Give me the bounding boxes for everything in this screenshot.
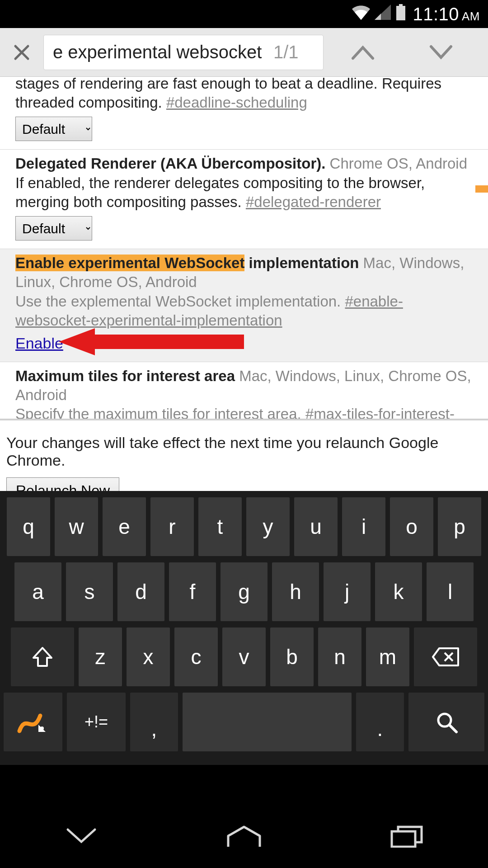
flag-deadline-scheduling: stages of rendering are fast enough to b… <box>0 77 488 149</box>
flag-anchor[interactable]: #deadline-scheduling <box>166 94 307 111</box>
flag-title-rest: implementation <box>244 255 359 271</box>
key-d[interactable]: d <box>117 562 164 621</box>
shift-key[interactable] <box>11 627 74 686</box>
recent-apps-button[interactable] <box>380 818 434 854</box>
find-next-button[interactable] <box>423 34 459 71</box>
clock-ampm: AM <box>462 9 480 23</box>
key-x[interactable]: x <box>127 627 170 686</box>
clock-time: 11:10 <box>413 4 459 24</box>
find-input[interactable] <box>53 42 270 62</box>
key-u[interactable]: u <box>294 497 338 556</box>
relaunch-button[interactable]: Relaunch Now <box>6 477 119 491</box>
flag-desc: Use the explemental WebSocket implementa… <box>15 293 345 310</box>
scrollbar-find-marker <box>475 185 488 193</box>
key-s[interactable]: s <box>66 562 113 621</box>
space-key[interactable] <box>183 693 352 751</box>
svg-rect-6 <box>392 831 415 847</box>
key-c[interactable]: c <box>174 627 218 686</box>
flag-title: Delegated Renderer (AKA Übercompositor). <box>15 155 325 172</box>
home-button[interactable] <box>217 818 271 854</box>
svg-rect-1 <box>396 6 405 20</box>
key-p[interactable]: p <box>438 497 481 556</box>
flag-select[interactable]: Default <box>15 216 92 241</box>
period-key[interactable]: . <box>356 693 404 751</box>
flag-platforms: Chrome OS, Android <box>325 155 467 172</box>
key-b[interactable]: b <box>270 627 314 686</box>
relaunch-message: Your changes will take effect the next t… <box>6 434 482 469</box>
key-i[interactable]: i <box>342 497 385 556</box>
key-w[interactable]: w <box>55 497 98 556</box>
key-e[interactable]: e <box>103 497 146 556</box>
key-l[interactable]: l <box>427 562 474 621</box>
key-r[interactable]: r <box>150 497 194 556</box>
flag-anchor[interactable]: #delegated-renderer <box>246 193 381 210</box>
key-f[interactable]: f <box>169 562 216 621</box>
svg-rect-0 <box>399 4 403 6</box>
status-icons <box>352 4 406 24</box>
nav-bar <box>0 805 488 868</box>
flag-enable-experimental-websocket: Enable experimental WebSocket implementa… <box>0 249 488 361</box>
backspace-key[interactable] <box>414 627 477 686</box>
svg-line-5 <box>450 725 456 732</box>
scrollbar[interactable] <box>476 77 488 491</box>
find-match-count: 1/1 <box>273 42 299 62</box>
relaunch-bar: Your changes will take effect the next t… <box>0 419 488 491</box>
enable-link[interactable]: Enable <box>15 334 63 354</box>
wifi-icon <box>352 5 370 24</box>
flag-title: Maximum tiles for interest area <box>15 368 235 384</box>
key-n[interactable]: n <box>318 627 361 686</box>
key-m[interactable]: m <box>366 627 409 686</box>
key-o[interactable]: o <box>390 497 433 556</box>
key-j[interactable]: j <box>324 562 371 621</box>
find-input-container[interactable]: 1/1 <box>43 35 324 70</box>
status-bar: 11:10AM <box>0 0 488 28</box>
flag-delegated-renderer: Delegated Renderer (AKA Übercompositor).… <box>0 149 488 249</box>
key-k[interactable]: k <box>375 562 422 621</box>
key-z[interactable]: z <box>79 627 122 686</box>
svg-point-3 <box>40 726 44 730</box>
key-v[interactable]: v <box>222 627 266 686</box>
swype-key[interactable] <box>4 693 62 751</box>
clock: 11:10AM <box>413 4 480 24</box>
key-g[interactable]: g <box>221 562 267 621</box>
close-find-button[interactable] <box>8 39 35 66</box>
key-t[interactable]: t <box>198 497 242 556</box>
find-in-page-bar: 1/1 <box>0 28 488 77</box>
cell-signal-icon <box>375 5 391 24</box>
search-key[interactable] <box>408 693 484 751</box>
symbols-key[interactable]: +!= <box>67 693 126 751</box>
back-button[interactable] <box>54 818 108 854</box>
on-screen-keyboard: qwertyuiop asdfghjkl zxcvbnm +!= , . <box>0 491 488 765</box>
battery-icon <box>395 4 406 24</box>
find-prev-button[interactable] <box>345 34 381 71</box>
key-h[interactable]: h <box>272 562 319 621</box>
comma-key[interactable]: , <box>130 693 178 751</box>
flag-title-highlight: Enable experimental WebSocket <box>15 255 244 271</box>
key-a[interactable]: a <box>14 562 61 621</box>
flag-select[interactable]: Default <box>15 117 92 141</box>
key-y[interactable]: y <box>246 497 290 556</box>
key-q[interactable]: q <box>7 497 50 556</box>
flags-page[interactable]: stages of rendering are fast enough to b… <box>0 77 488 491</box>
